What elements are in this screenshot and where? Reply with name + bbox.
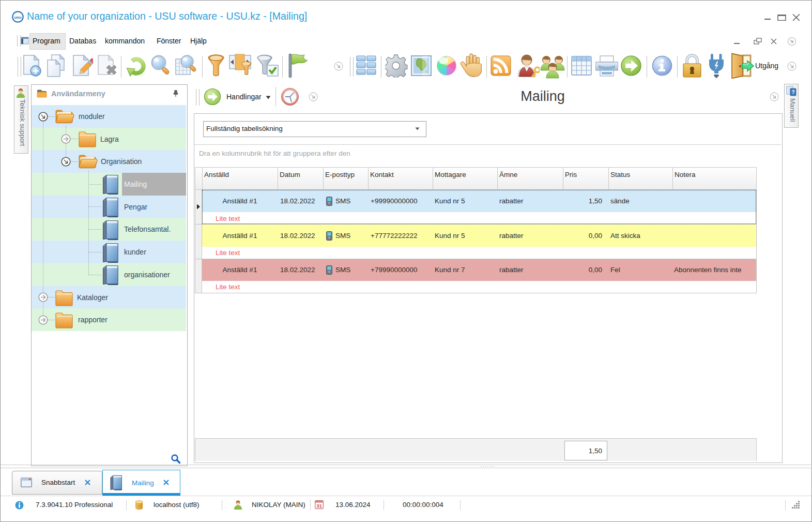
svg-text:usu: usu <box>14 15 21 20</box>
svg-text:?: ? <box>791 90 794 95</box>
svg-text:31: 31 <box>316 503 322 509</box>
